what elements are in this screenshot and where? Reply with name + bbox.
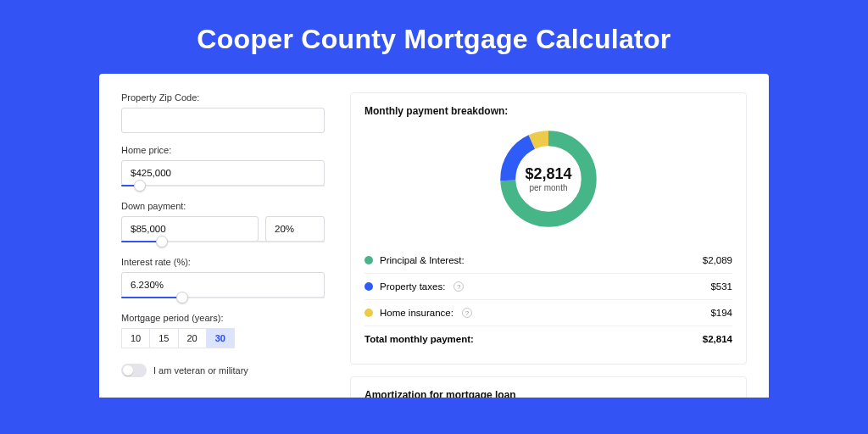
green-swatch: [364, 256, 373, 264]
total-value: $2,814: [703, 334, 732, 344]
veteran-toggle[interactable]: [121, 364, 147, 377]
calculator-card: Property Zip Code: Home price: Down paym…: [99, 74, 769, 398]
period-30[interactable]: 30: [206, 328, 235, 348]
breakdown-label: Property taxes:: [380, 281, 445, 292]
price-label: Home price:: [121, 145, 325, 155]
down-label: Down payment:: [121, 201, 325, 211]
veteran-row: I am veteran or military: [121, 364, 325, 377]
breakdown-row: Home insurance:?$194: [364, 299, 732, 326]
breakdown-section: Monthly payment breakdown: $2,814 per mo…: [350, 92, 747, 364]
rate-label: Interest rate (%):: [121, 257, 325, 267]
rate-input[interactable]: [121, 272, 325, 298]
payment-donut-chart: $2,814 per month: [495, 125, 602, 232]
rate-slider[interactable]: [121, 298, 325, 301]
breakdown-value: $2,089: [703, 255, 732, 265]
total-row: Total monthly payment: $2,814: [364, 326, 732, 352]
page-title: Cooper County Mortgage Calculator: [0, 0, 868, 74]
breakdown-label: Home insurance:: [380, 308, 453, 318]
donut-sub: per month: [529, 183, 567, 192]
zip-input[interactable]: [121, 108, 325, 133]
zip-field: Property Zip Code:: [121, 92, 325, 133]
period-label: Mortgage period (years):: [121, 313, 325, 323]
period-group: 10152030: [121, 328, 325, 348]
price-input[interactable]: [121, 160, 325, 186]
amort-title: Amortization for mortgage loan: [364, 389, 732, 398]
results-panel: Monthly payment breakdown: $2,814 per mo…: [350, 92, 747, 398]
inputs-panel: Property Zip Code: Home price: Down paym…: [121, 92, 325, 398]
period-15[interactable]: 15: [149, 328, 177, 348]
breakdown-value: $194: [710, 308, 732, 318]
veteran-label: I am veteran or military: [153, 365, 248, 376]
slider-thumb[interactable]: [156, 236, 168, 248]
down-amount-input[interactable]: [121, 216, 259, 242]
price-field: Home price:: [121, 145, 325, 189]
help-icon[interactable]: ?: [462, 308, 472, 318]
total-label: Total monthly payment:: [364, 334, 474, 344]
yellow-swatch: [364, 309, 373, 317]
donut-total: $2,814: [525, 165, 571, 183]
price-slider[interactable]: [121, 186, 325, 189]
breakdown-value: $531: [710, 281, 732, 292]
breakdown-title: Monthly payment breakdown:: [364, 105, 732, 117]
period-10[interactable]: 10: [121, 328, 149, 348]
help-icon[interactable]: ?: [453, 281, 464, 292]
slider-thumb[interactable]: [176, 292, 188, 303]
rate-field: Interest rate (%):: [121, 257, 325, 301]
breakdown-rows: Principal & Interest:$2,089Property taxe…: [364, 248, 732, 326]
down-field: Down payment:: [121, 201, 325, 245]
down-pct-input[interactable]: [265, 216, 325, 242]
breakdown-label: Principal & Interest:: [380, 255, 465, 265]
period-20[interactable]: 20: [178, 328, 206, 348]
breakdown-row: Property taxes:?$531: [364, 273, 732, 299]
zip-label: Property Zip Code:: [121, 92, 325, 103]
breakdown-row: Principal & Interest:$2,089: [364, 248, 732, 273]
blue-swatch: [364, 282, 373, 291]
down-slider[interactable]: [121, 242, 325, 245]
amortization-section: Amortization for mortgage loan Amortizat…: [350, 376, 747, 398]
slider-thumb[interactable]: [134, 180, 146, 192]
donut-wrap: $2,814 per month: [364, 125, 732, 232]
period-field: Mortgage period (years): 10152030: [121, 313, 325, 348]
